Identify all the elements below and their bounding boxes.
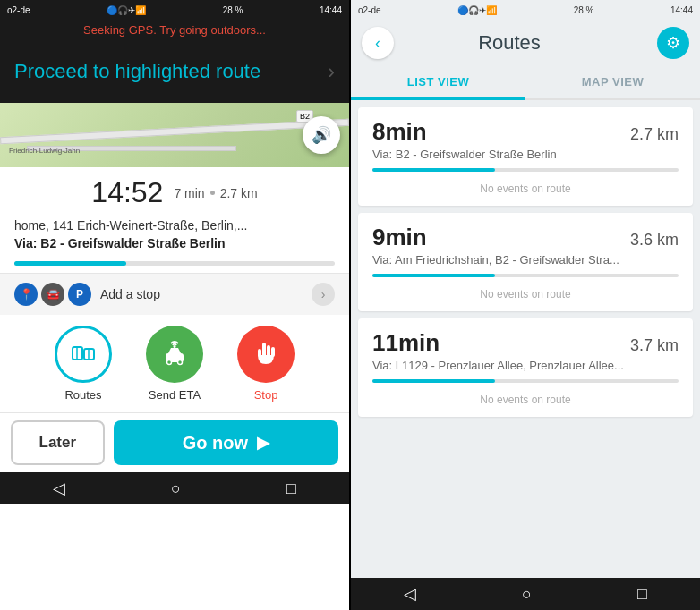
routes-header: ‹ Routes ⚙	[351, 20, 700, 66]
right-home-nav-icon[interactable]: ○	[522, 585, 532, 604]
via-row: Via: B2 - Greifswalder Straße Berlin	[0, 234, 349, 258]
routes-list: 8min 2.7 km Via: B2 - Greifswalder Straß…	[351, 100, 700, 578]
action-buttons: Routes Send ETA	[0, 315, 349, 412]
left-time: 14:44	[320, 5, 342, 15]
proceed-chevron: ›	[328, 59, 335, 84]
recent-nav-icon[interactable]: □	[286, 479, 296, 498]
routes-icon-circle	[55, 326, 112, 383]
proceed-text: Proceed to highlighted route	[14, 60, 260, 83]
route-3-duration: 11min	[372, 329, 440, 357]
route-2-via: Via: Am Friedrichshain, B2 - Greifswalde…	[372, 253, 679, 267]
eta-details: 7 min 2.7 km	[174, 186, 257, 200]
eta-dot	[210, 191, 215, 195]
send-eta-label: Send ETA	[149, 388, 201, 402]
stop-icons: 📍 🚘 P	[14, 283, 91, 306]
right-status-bar: o2-de 🔵🎧✈📶 28 % 14:44	[351, 0, 700, 20]
right-battery: 28 %	[574, 5, 594, 15]
left-carrier: o2-de	[7, 5, 30, 15]
route-1-progress-fill	[372, 168, 495, 172]
right-carrier: o2-de	[358, 5, 381, 15]
routes-label: Routes	[64, 388, 101, 402]
route-card-1-header: 8min 2.7 km	[372, 118, 679, 146]
tab-list-view[interactable]: LIST VIEW	[351, 66, 525, 100]
destination-row: home, 141 Erich-Weinert-Straße, Berlin,.…	[0, 213, 349, 234]
route-3-distance: 3.7 km	[630, 336, 679, 355]
go-now-arrow-icon: ▶	[257, 433, 269, 453]
route-card-3[interactable]: 11min 3.7 km Via: L1129 - Prenzlauer All…	[358, 318, 693, 417]
stop-icon-car: 🚘	[41, 283, 64, 306]
routes-title: Routes	[362, 31, 657, 55]
tab-map-view[interactable]: MAP VIEW	[525, 66, 700, 98]
via-text: Via: B2 - Greifswalder Straße Berlin	[14, 236, 226, 250]
route-3-progress-fill	[372, 379, 495, 383]
left-status-icons: 🔵🎧✈📶	[107, 5, 146, 15]
route-2-distance: 3.6 km	[630, 231, 679, 250]
right-time: 14:44	[670, 5, 693, 15]
stop-icon-p: P	[68, 283, 91, 306]
back-nav-icon[interactable]: ◁	[53, 479, 65, 498]
map-area: B2 Friedrich-Ludwig-Jahn 🔊	[0, 103, 349, 167]
add-stop-chevron: ›	[312, 283, 335, 306]
map-road-line	[0, 119, 349, 144]
map-background: B2 Friedrich-Ludwig-Jahn	[0, 103, 349, 167]
add-stop-label: Add a stop	[100, 287, 303, 301]
route-1-via: Via: B2 - Greifswalder Straße Berlin	[372, 148, 679, 161]
routes-button[interactable]: Routes	[43, 326, 124, 402]
proceed-banner: Proceed to highlighted route ›	[0, 40, 349, 103]
routes-icon	[69, 340, 98, 369]
right-back-nav-icon[interactable]: ◁	[404, 584, 416, 604]
settings-button[interactable]: ⚙	[657, 27, 689, 59]
stop-label: Stop	[254, 388, 278, 402]
right-recent-nav-icon[interactable]: □	[637, 585, 647, 604]
route-3-via: Via: L1129 - Prenzlauer Allee, Prenzlaue…	[372, 359, 679, 372]
right-status-icons: 🔵🎧✈📶	[457, 5, 497, 15]
send-eta-button[interactable]: Send ETA	[134, 326, 215, 402]
svg-point-7	[178, 360, 183, 365]
route-2-progress-fill	[372, 274, 495, 277]
eta-minutes: 7 min	[174, 186, 204, 200]
gps-banner: Seeking GPS. Try going outdoors...	[0, 20, 349, 40]
left-battery: 28 %	[223, 5, 243, 15]
go-now-label: Go now	[183, 433, 248, 453]
route-1-no-events: No events on route	[372, 179, 679, 199]
progress-bar-bg	[14, 261, 335, 266]
route-2-no-events: No events on route	[372, 284, 679, 304]
right-nav-bar: ◁ ○ □	[351, 578, 700, 610]
svg-point-8	[174, 345, 176, 348]
go-now-button[interactable]: Go now ▶	[114, 420, 338, 465]
progress-bar-container	[0, 258, 349, 273]
stop-icon-location: 📍	[14, 283, 38, 306]
right-panel: o2-de 🔵🎧✈📶 28 % 14:44 ‹ Routes ⚙ LIST VI…	[351, 0, 700, 610]
eta-row: 14:52 7 min 2.7 km	[0, 167, 349, 213]
volume-button[interactable]: 🔊	[303, 116, 340, 154]
tabs-row: LIST VIEW MAP VIEW	[351, 66, 700, 100]
stop-hand-icon	[251, 339, 281, 369]
add-stop-row[interactable]: 📍 🚘 P Add a stop ›	[0, 273, 349, 315]
stop-button[interactable]: Stop	[226, 326, 306, 402]
send-eta-icon-circle	[146, 326, 203, 383]
left-nav-bar: ◁ ○ □	[0, 472, 349, 504]
route-1-distance: 2.7 km	[630, 125, 679, 144]
route-1-progress-bg	[372, 168, 679, 172]
svg-point-6	[167, 360, 172, 365]
later-button[interactable]: Later	[11, 420, 105, 465]
svg-marker-5	[168, 348, 181, 353]
map-road-name: Friedrich-Ludwig-Jahn	[9, 147, 80, 155]
home-nav-icon[interactable]: ○	[171, 479, 181, 498]
svg-rect-9	[262, 343, 266, 357]
send-eta-icon	[158, 338, 191, 370]
route-2-duration: 9min	[372, 224, 427, 251]
route-3-no-events: No events on route	[372, 390, 679, 410]
route-3-progress-bg	[372, 379, 679, 383]
route-card-1[interactable]: 8min 2.7 km Via: B2 - Greifswalder Straß…	[358, 107, 693, 206]
left-panel: o2-de 🔵🎧✈📶 28 % 14:44 Seeking GPS. Try g…	[0, 0, 349, 610]
route-1-duration: 8min	[372, 118, 427, 146]
route-card-2[interactable]: 9min 3.6 km Via: Am Friedrichshain, B2 -…	[358, 213, 693, 311]
eta-km: 2.7 km	[220, 186, 258, 200]
destination-text: home, 141 Erich-Weinert-Straße, Berlin,.…	[14, 218, 247, 233]
stop-icon-circle	[237, 326, 295, 383]
route-card-2-header: 9min 3.6 km	[372, 224, 679, 251]
left-status-bar: o2-de 🔵🎧✈📶 28 % 14:44	[0, 0, 349, 20]
route-2-progress-bg	[372, 274, 679, 277]
bottom-buttons: Later Go now ▶	[0, 412, 349, 472]
